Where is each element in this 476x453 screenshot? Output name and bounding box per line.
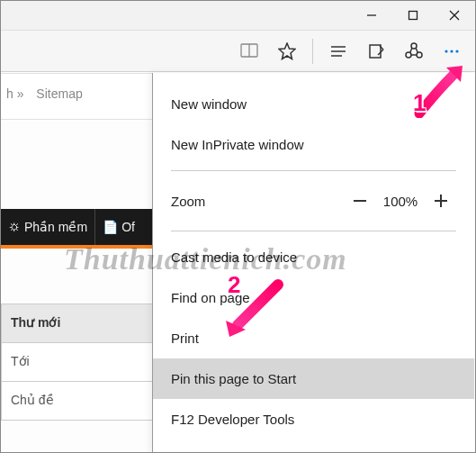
browser-toolbar	[1, 31, 475, 72]
menu-cast[interactable]: Cast media to device	[153, 237, 474, 277]
zoom-label: Zoom	[171, 194, 345, 209]
zoom-out-button[interactable]	[345, 186, 375, 216]
menu-new-inprivate[interactable]: New InPrivate window	[153, 124, 474, 165]
svg-line-16	[410, 48, 413, 53]
breadcrumb-text: h »	[6, 86, 23, 101]
nav-label: Phần mềm	[24, 220, 87, 234]
maximize-button[interactable]	[392, 1, 434, 31]
page-nav-bar: ⛭ Phần mềm 📄 Of	[1, 209, 154, 249]
nav-label: Of	[121, 220, 135, 234]
svg-point-21	[455, 50, 458, 52]
zoom-value: 100%	[375, 194, 426, 209]
svg-point-20	[450, 50, 453, 52]
gear-icon: ⛭	[8, 220, 21, 234]
menu-f12[interactable]: F12 Developer Tools	[153, 399, 474, 439]
menu-pin-to-start[interactable]: Pin this page to Start	[153, 358, 474, 399]
tab-toi[interactable]: Tới	[1, 342, 154, 382]
minimize-button[interactable]	[351, 1, 392, 31]
menu-divider	[171, 231, 456, 231]
hub-icon[interactable]	[320, 33, 356, 69]
menu-zoom-row: Zoom 100%	[153, 177, 474, 225]
menu-find[interactable]: Find on page	[153, 277, 474, 318]
svg-rect-1	[409, 12, 418, 20]
nav-item-office[interactable]: 📄 Of	[94, 209, 142, 245]
window-titlebar	[1, 1, 475, 31]
webnote-icon[interactable]	[358, 33, 394, 69]
settings-menu: New window New InPrivate window Zoom 100…	[152, 73, 474, 453]
sitemap-link[interactable]: Sitemap	[36, 86, 82, 101]
menu-divider	[171, 170, 456, 171]
page-breadcrumb-bar: h » Sitemap	[1, 73, 154, 120]
favorite-star-icon[interactable]	[269, 33, 305, 69]
svg-line-17	[416, 48, 418, 53]
tab-thu-moi[interactable]: Thư mới	[1, 304, 154, 343]
svg-point-19	[445, 50, 447, 52]
menu-print[interactable]: Print	[153, 318, 474, 358]
doc-icon: 📄	[103, 220, 118, 234]
nav-item-phanmem[interactable]: ⛭ Phần mềm	[1, 209, 94, 245]
menu-open-ie[interactable]: Open with Internet Explorer	[153, 439, 474, 453]
web-page-content: h » Sitemap ⛭ Phần mềm 📄 Of Thư mới Tới …	[1, 73, 154, 453]
tab-chu-de[interactable]: Chủ đề	[1, 381, 154, 421]
zoom-in-button[interactable]	[426, 186, 456, 216]
close-button[interactable]	[434, 1, 475, 31]
toolbar-separator	[312, 39, 313, 64]
svg-marker-6	[279, 43, 295, 59]
annotation-number-2: 2	[228, 271, 240, 299]
annotation-number-1: 1	[413, 89, 426, 117]
svg-rect-10	[370, 45, 381, 58]
reading-view-icon[interactable]	[231, 33, 267, 69]
page-side-tabs: Thư mới Tới Chủ đề	[1, 304, 154, 421]
